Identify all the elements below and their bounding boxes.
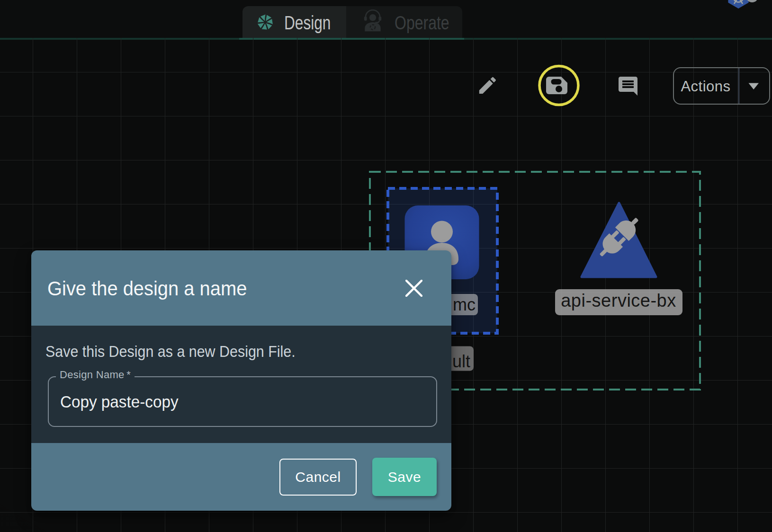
- svg-text:api-service-bx: api-service-bx: [561, 291, 676, 310]
- svg-text:Actions: Actions: [681, 78, 730, 95]
- svg-text:mc: mc: [453, 295, 476, 314]
- svg-text:ult: ult: [452, 352, 470, 371]
